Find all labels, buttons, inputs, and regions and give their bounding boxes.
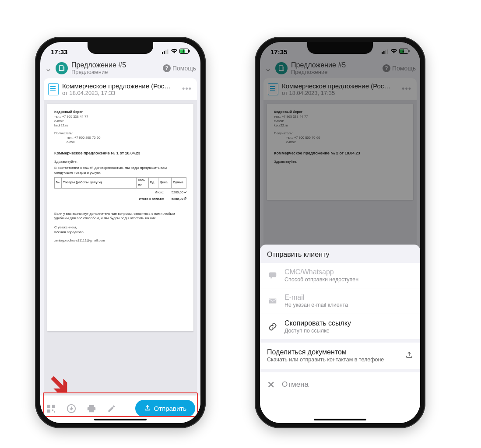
document-card[interactable]: Коммерческое предложение (Рос… от 18.04.… [44, 78, 197, 100]
status-icons [162, 49, 190, 55]
th-price: Цена [158, 177, 172, 187]
header-subtitle: Предложение [71, 69, 159, 75]
svg-rect-0 [162, 52, 163, 54]
svg-rect-1 [164, 51, 165, 54]
header-title: Предложение #5 [71, 61, 159, 69]
sheet-item-copy-link[interactable]: Скопировать ссылку Доступ по ссылке [260, 314, 420, 340]
svg-rect-2 [165, 50, 167, 54]
sheet-share[interactable]: Поделиться документом Скачать или отправ… [260, 343, 420, 369]
qr-icon[interactable] [46, 403, 57, 414]
sheet-item-title: Скопировать ссылку [284, 319, 413, 328]
sheet-item-title: E-mail [284, 293, 413, 302]
clock: 17:33 [51, 48, 67, 56]
help-icon: ? [163, 64, 171, 72]
screen-right: 17:35 ⌄ Предложение #5 Предложение [260, 42, 420, 423]
company-site: kedr22.ru [54, 123, 186, 128]
upload-icon [144, 404, 151, 413]
greeting: Здравствуйте, [54, 160, 186, 164]
screen-header: ⌄ Предложение #5 Предложение ? Помощь [40, 61, 200, 77]
recipient-tel: тел.: +7 900 800-70-60 [67, 136, 186, 140]
total-label: Итого: [154, 190, 164, 194]
th-sum: Сумма [172, 177, 186, 187]
svg-rect-10 [47, 410, 50, 413]
share-icon [405, 351, 413, 361]
share-sub: Скачать или отправить контактам в телефо… [267, 357, 400, 364]
cellular-icon [162, 49, 169, 55]
intro: В соответствии с нашей договоренностью, … [54, 166, 186, 175]
doc-texts: Коммерческое предложение (Рос… от 18.04.… [62, 82, 178, 96]
help-label: Помощь [172, 65, 196, 72]
link-icon [267, 321, 278, 332]
wifi-icon [171, 49, 178, 55]
sheet-item-email: E-mail Не указан e-mail клиента [260, 288, 420, 314]
company-email-label: e-mail: [54, 119, 186, 123]
sign-email: xeniagorodkova11111@gmail.com [54, 238, 186, 243]
home-indicator[interactable] [94, 419, 147, 420]
th-name: Товары (работы, услуги) [62, 177, 137, 187]
back-chevron-icon[interactable]: ⌄ [45, 63, 52, 74]
svg-rect-8 [47, 405, 50, 408]
sign-name: Ксения Городкова [54, 230, 186, 235]
total-value: 5200,00 ₽ [172, 190, 186, 194]
th-unit: Ед. [149, 177, 158, 187]
cancel-label: Отмена [282, 380, 309, 389]
items-table: № Товары (работы, услуги) Кол-во Ед. Цен… [54, 177, 186, 189]
svg-rect-3 [167, 49, 169, 54]
topay-label: Итого к оплате: [139, 197, 164, 201]
sheet-item-sub: Доступ по ссылке [284, 328, 413, 335]
phone-mockup-right: 17:35 ⌄ Предложение #5 Предложение [255, 37, 425, 428]
th-qty: Кол-во [137, 177, 149, 187]
paper: Кедровый берег тел.: +7 965 338-44-77 e-… [47, 104, 193, 331]
regards: С уважением, [54, 225, 186, 230]
sheet-list: СМС/Whatsapp Способ отправки недоступен … [260, 263, 420, 340]
sheet-cancel[interactable]: ✕ Отмена [260, 372, 420, 423]
notch [88, 42, 153, 54]
edit-icon[interactable] [106, 403, 117, 414]
topay-value: 5200,00 ₽ [172, 197, 186, 201]
svg-rect-9 [52, 405, 55, 408]
home-indicator[interactable] [314, 419, 366, 420]
phone-mockup-left: 17:33 ⌄ Предложение #5 Предложение [35, 37, 206, 428]
company-tel: тел.: +7 965 338-44-77 [54, 115, 186, 119]
outro: Если у вас возникнут дополнительные вопр… [54, 212, 186, 221]
battery-charging-icon [179, 49, 190, 55]
document-preview[interactable]: Кедровый берег тел.: +7 965 338-44-77 e-… [44, 100, 197, 396]
close-icon: ✕ [267, 380, 275, 390]
share-title: Поделиться документом [267, 348, 400, 357]
th-num: № [55, 177, 62, 187]
svg-rect-6 [189, 50, 190, 52]
send-button[interactable]: Отправить [135, 400, 195, 417]
svg-rect-11 [52, 410, 53, 411]
doc-date: от 18.04.2023, 17:33 [62, 90, 178, 96]
send-label: Отправить [154, 405, 186, 412]
sheet-header: Отправить клиенту [260, 245, 420, 263]
company-name: Кедровый берег [54, 110, 186, 115]
more-icon[interactable]: ••• [181, 84, 193, 94]
recipient-label: Получатель: [54, 131, 186, 136]
sheet-item-sub: Не указан e-mail клиента [284, 302, 413, 309]
sheet-item-sub: Способ отправки недоступен [284, 276, 413, 284]
help-button[interactable]: ? Помощь [163, 64, 196, 72]
app-icon [56, 62, 68, 74]
header-titles: Предложение #5 Предложение [71, 61, 159, 75]
action-sheet: Отправить клиенту СМС/Whatsapp Способ от… [260, 245, 420, 424]
sheet-item-title: СМС/Whatsapp [284, 268, 413, 276]
sms-icon [267, 270, 278, 281]
email-icon [267, 295, 278, 307]
document-icon [48, 83, 59, 95]
svg-rect-22 [269, 273, 277, 277]
screen-left: 17:33 ⌄ Предложение #5 Предложение [40, 42, 200, 423]
svg-rect-12 [54, 411, 55, 413]
paper-title: Коммерческое предложение № 1 от 18.04.23 [54, 150, 186, 156]
doc-title: Коммерческое предложение (Рос… [62, 82, 178, 90]
print-icon[interactable] [86, 403, 97, 414]
svg-rect-7 [60, 66, 63, 70]
sheet-item-sms: СМС/Whatsapp Способ отправки недоступен [260, 263, 420, 289]
download-icon[interactable] [66, 403, 77, 414]
recipient-email: e-mail: [67, 140, 186, 144]
